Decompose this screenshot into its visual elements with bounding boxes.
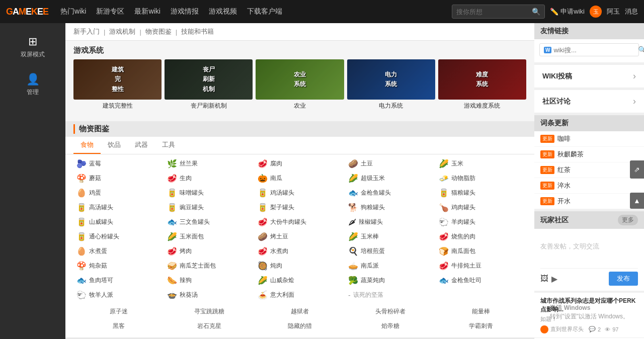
tab-drink[interactable]: 饮品: [101, 137, 128, 154]
item-broth-can[interactable]: 🥫 高汤罐头: [73, 200, 164, 215]
sub-item-skull[interactable]: 头骨粉碎者: [345, 305, 436, 318]
search-input[interactable]: [456, 8, 532, 16]
item-mushroom-stew[interactable]: 🍄 炖杂菇: [73, 259, 164, 273]
post-title-0[interactable]: 城市作战系列杂志是对应哪个PERK点影响...: [540, 297, 638, 314]
item-potato[interactable]: 🥔 土豆: [345, 156, 436, 171]
sub-item-flame-candy[interactable]: 焰帝糖: [345, 320, 436, 332]
item-pumpkin[interactable]: 🎃 南瓜: [255, 171, 345, 186]
nav-hot-wiki[interactable]: 热门wiki: [56, 7, 90, 16]
apply-wiki-btn[interactable]: ✏️ 申请wiki: [550, 7, 585, 16]
messages-btn[interactable]: 消息: [625, 7, 638, 16]
item-fish-taco[interactable]: 🐟 鱼肉塔可: [73, 273, 164, 288]
item-dogfood-can[interactable]: 🐕 狗粮罐头: [345, 200, 436, 215]
breadcrumb-item-2[interactable]: 物资图鉴: [145, 27, 172, 36]
community-submit-btn[interactable]: 发布: [609, 272, 638, 286]
game-card-difficulty[interactable]: 难度系统 游戏难度系统: [438, 59, 526, 110]
item-burnt-meat[interactable]: 🥩 烧焦的肉: [436, 229, 526, 244]
item-macaroni-can[interactable]: 🥫 通心粉罐头: [73, 229, 164, 244]
share-btn[interactable]: ⇗: [630, 160, 644, 179]
item-pear-can[interactable]: 🥫 梨子罐头: [255, 200, 345, 215]
sub-item-hidden-hunt[interactable]: 隐藏的猎: [255, 320, 345, 332]
nav-game-video[interactable]: 游戏视频: [205, 7, 241, 16]
item-shepherd-pie[interactable]: 🐑 牧羊人派: [73, 288, 164, 302]
tab-weapon[interactable]: 武器: [128, 137, 155, 154]
wiki-search-icon[interactable]: 🔍: [638, 46, 644, 54]
image-icon[interactable]: 🖼: [540, 274, 548, 283]
item-shanwei-can[interactable]: 🥫 山威罐头: [73, 215, 164, 229]
item-pumpkin-pie[interactable]: 🥧 南瓜派: [345, 259, 436, 273]
item-tuna-can[interactable]: 🐟 金枪鱼罐头: [345, 186, 436, 200]
item-hotdog[interactable]: 🌭 辣狗: [164, 273, 255, 288]
tab-tool[interactable]: 工具: [155, 137, 182, 154]
term-update-4[interactable]: 更新 开水: [534, 194, 644, 209]
sub-item-rock-crusher[interactable]: 岩石克星: [164, 320, 255, 332]
item-damned-fall[interactable]: - 该死的坚落: [345, 288, 436, 302]
game-card-zombie[interactable]: 丧尸刷新机制 丧尸刷新机制: [165, 59, 253, 110]
item-shanwei-stew[interactable]: 🌽 山威杂烩: [255, 273, 345, 288]
nav-download[interactable]: 下载客户端: [243, 7, 286, 16]
item-pumpkin-cheese-bread[interactable]: 🥪 南瓜芝士面包: [164, 259, 255, 273]
item-bacon-egg[interactable]: 🍳 培根煎蛋: [345, 244, 436, 259]
search-box[interactable]: 🔍: [452, 5, 545, 19]
nav-new-games[interactable]: 新游专区: [92, 7, 128, 16]
item-veggie-stew[interactable]: 🥦 蔬菜炖肉: [345, 273, 436, 288]
item-furou[interactable]: 🥩 腐肉: [255, 156, 345, 171]
up-btn[interactable]: ▲: [630, 193, 644, 209]
term-update-2[interactable]: 更新 红茶: [534, 162, 644, 178]
game-card-electric[interactable]: 电力系统 电力系统: [347, 59, 435, 110]
sub-item-scholar[interactable]: 学霸刺青: [436, 320, 526, 332]
wiki-search-input[interactable]: [553, 46, 638, 54]
item-salmon-can[interactable]: 🐟 三文鱼罐头: [164, 215, 255, 229]
item-animal-fat[interactable]: 🧈 动物脂肪: [436, 171, 526, 186]
item-pasta[interactable]: 🍝 意大利面: [255, 288, 345, 302]
item-baked-potato[interactable]: 🥔 烤土豆: [255, 229, 345, 244]
item-chili-can[interactable]: 🌶 辣椒罐头: [345, 215, 436, 229]
item-boiled-egg[interactable]: 🥚 水煮蛋: [73, 244, 164, 259]
sidebar-item-manage[interactable]: 👤 管理: [0, 66, 65, 104]
sub-item-escape[interactable]: 越狱者: [255, 305, 345, 318]
logo[interactable]: GAMEKEE: [6, 7, 48, 17]
game-card-farm[interactable]: 农业系统 农业: [256, 59, 344, 110]
item-pea-can[interactable]: 🥫 豌豆罐头: [164, 200, 255, 215]
sub-item-energy-bar[interactable]: 能量棒: [436, 305, 526, 318]
item-beef-can[interactable]: 🥩 大份牛肉罐头: [255, 215, 345, 229]
video-icon[interactable]: ▶: [551, 274, 557, 284]
item-catfood-can[interactable]: 🥫 猫粮罐头: [436, 186, 526, 200]
item-corn[interactable]: 🌽 玉米: [436, 156, 526, 171]
item-pumpkin-bread[interactable]: 🍞 南瓜面包: [436, 244, 526, 259]
nav-game-info[interactable]: 游戏情报: [167, 7, 203, 16]
item-miso-can[interactable]: 🥫 味噌罐头: [164, 186, 255, 200]
item-roast-meat[interactable]: 🥩 烤肉: [164, 244, 255, 259]
item-rawmeat[interactable]: 🥩 生肉: [164, 171, 255, 186]
sub-item-atom[interactable]: 原子迷: [73, 305, 164, 318]
item-mutton-can[interactable]: 🐑 羊肉罐头: [436, 215, 526, 229]
sub-item-hacker[interactable]: 黑客: [73, 320, 164, 332]
term-update-0[interactable]: 更新 咖啡: [534, 131, 644, 147]
community-more-btn[interactable]: 更多: [618, 215, 638, 225]
item-silanguo[interactable]: 🌿 丝兰果: [164, 156, 255, 171]
community-discuss-btn[interactable]: 社区讨论 ›: [534, 90, 644, 113]
user-name[interactable]: 阿玉: [607, 7, 620, 16]
wiki-search-box[interactable]: W 🔍: [539, 43, 639, 56]
item-blueberry[interactable]: 🫐 蓝莓: [73, 156, 164, 171]
item-corn-bread[interactable]: 🌽 玉米面包: [164, 229, 255, 244]
breadcrumb-item-1[interactable]: 游戏机制: [109, 27, 135, 36]
breadcrumb-item-3[interactable]: 技能和书籍: [181, 27, 214, 36]
tab-food[interactable]: 食物: [73, 137, 101, 154]
wiki-contribute-btn[interactable]: WIKI投稿 ›: [534, 64, 644, 88]
game-card-architecture[interactable]: 建筑完整性 建筑完整性: [73, 59, 162, 110]
user-avatar[interactable]: 玉: [590, 6, 602, 18]
item-tuna-toast[interactable]: 🐟 金枪鱼吐司: [436, 273, 526, 288]
item-corn-cob[interactable]: 🌽 玉米棒: [345, 229, 436, 244]
term-update-3[interactable]: 更新 淬水: [534, 178, 644, 194]
item-super-corn[interactable]: 🌽 超级玉米: [345, 171, 436, 186]
breadcrumb-item-0[interactable]: 新手入门: [73, 27, 100, 36]
nav-latest-wiki[interactable]: 最新wiki: [130, 7, 164, 16]
item-chicken-can[interactable]: 🍗 鸡肉罐头: [436, 200, 526, 215]
search-icon[interactable]: 🔍: [532, 8, 540, 16]
item-mushroom[interactable]: 🍄 蘑菇: [73, 171, 164, 186]
item-egg[interactable]: 🥚 鸡蛋: [73, 186, 164, 200]
sub-item-treasure[interactable]: 寻宝跳跳糖: [164, 305, 255, 318]
item-chicken-soup-can[interactable]: 🥫 鸡汤罐头: [255, 186, 345, 200]
item-steak-potato[interactable]: 🥩 牛排炖土豆: [436, 259, 526, 273]
